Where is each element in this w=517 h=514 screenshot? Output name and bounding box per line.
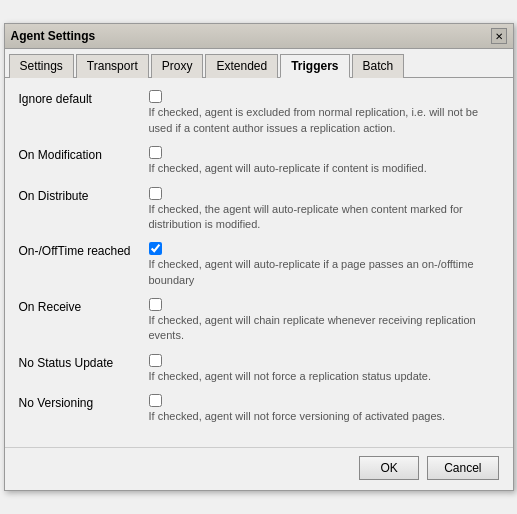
label-no-status-update: No Status Update bbox=[19, 354, 149, 370]
desc-on-receive: If checked, agent will chain replicate w… bbox=[149, 313, 499, 344]
label-no-versioning: No Versioning bbox=[19, 394, 149, 410]
checkbox-wrapper-on-distribute bbox=[149, 187, 499, 200]
tab-extended[interactable]: Extended bbox=[205, 54, 278, 78]
setting-row-on-distribute: On Distribute If checked, the agent will… bbox=[19, 187, 499, 233]
desc-on-offtime-reached: If checked, agent will auto-replicate if… bbox=[149, 257, 499, 288]
checkbox-wrapper-ignore-default bbox=[149, 90, 499, 103]
desc-ignore-default: If checked, agent is excluded from norma… bbox=[149, 105, 499, 136]
desc-no-status-update: If checked, agent will not force a repli… bbox=[149, 369, 499, 384]
checkbox-no-status-update[interactable] bbox=[149, 354, 162, 367]
checkbox-wrapper-on-modification bbox=[149, 146, 499, 159]
setting-row-ignore-default: Ignore default If checked, agent is excl… bbox=[19, 90, 499, 136]
setting-right-on-receive: If checked, agent will chain replicate w… bbox=[149, 298, 499, 344]
setting-right-no-status-update: If checked, agent will not force a repli… bbox=[149, 354, 499, 384]
label-on-modification: On Modification bbox=[19, 146, 149, 162]
setting-right-on-distribute: If checked, the agent will auto-replicat… bbox=[149, 187, 499, 233]
checkbox-wrapper-on-offtime-reached bbox=[149, 242, 499, 255]
label-on-receive: On Receive bbox=[19, 298, 149, 314]
label-on-distribute: On Distribute bbox=[19, 187, 149, 203]
title-bar: Agent Settings ✕ bbox=[5, 24, 513, 49]
desc-on-modification: If checked, agent will auto-replicate if… bbox=[149, 161, 499, 176]
desc-no-versioning: If checked, agent will not force version… bbox=[149, 409, 499, 424]
setting-right-on-modification: If checked, agent will auto-replicate if… bbox=[149, 146, 499, 176]
checkbox-ignore-default[interactable] bbox=[149, 90, 162, 103]
checkbox-on-distribute[interactable] bbox=[149, 187, 162, 200]
footer: OK Cancel bbox=[5, 447, 513, 490]
checkbox-on-modification[interactable] bbox=[149, 146, 162, 159]
setting-right-ignore-default: If checked, agent is excluded from norma… bbox=[149, 90, 499, 136]
label-ignore-default: Ignore default bbox=[19, 90, 149, 106]
cancel-button[interactable]: Cancel bbox=[427, 456, 498, 480]
checkbox-wrapper-no-versioning bbox=[149, 394, 499, 407]
checkbox-no-versioning[interactable] bbox=[149, 394, 162, 407]
tab-triggers[interactable]: Triggers bbox=[280, 54, 349, 78]
setting-row-on-receive: On Receive If checked, agent will chain … bbox=[19, 298, 499, 344]
window-title: Agent Settings bbox=[11, 29, 96, 43]
checkbox-wrapper-no-status-update bbox=[149, 354, 499, 367]
setting-right-on-offtime-reached: If checked, agent will auto-replicate if… bbox=[149, 242, 499, 288]
ok-button[interactable]: OK bbox=[359, 456, 419, 480]
tab-transport[interactable]: Transport bbox=[76, 54, 149, 78]
setting-row-on-modification: On Modification If checked, agent will a… bbox=[19, 146, 499, 176]
checkbox-on-offtime-reached[interactable] bbox=[149, 242, 162, 255]
tab-settings[interactable]: Settings bbox=[9, 54, 74, 78]
setting-row-no-status-update: No Status Update If checked, agent will … bbox=[19, 354, 499, 384]
checkbox-wrapper-on-receive bbox=[149, 298, 499, 311]
tab-proxy[interactable]: Proxy bbox=[151, 54, 204, 78]
close-button[interactable]: ✕ bbox=[491, 28, 507, 44]
tab-bar: Settings Transport Proxy Extended Trigge… bbox=[5, 49, 513, 78]
label-on-offtime-reached: On-/OffTime reached bbox=[19, 242, 149, 258]
settings-content: Ignore default If checked, agent is excl… bbox=[5, 78, 513, 446]
desc-on-distribute: If checked, the agent will auto-replicat… bbox=[149, 202, 499, 233]
setting-row-on-offtime-reached: On-/OffTime reached If checked, agent wi… bbox=[19, 242, 499, 288]
tab-batch[interactable]: Batch bbox=[352, 54, 405, 78]
checkbox-on-receive[interactable] bbox=[149, 298, 162, 311]
setting-row-no-versioning: No Versioning If checked, agent will not… bbox=[19, 394, 499, 424]
setting-right-no-versioning: If checked, agent will not force version… bbox=[149, 394, 499, 424]
agent-settings-window: Agent Settings ✕ Settings Transport Prox… bbox=[4, 23, 514, 490]
